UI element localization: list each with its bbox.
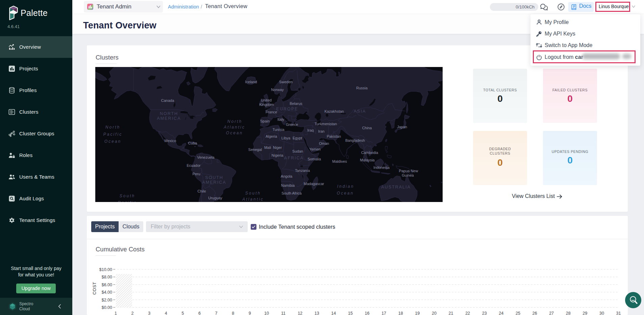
- svg-text:Kazakhstan: Kazakhstan: [324, 109, 344, 113]
- svg-text:Norway: Norway: [271, 88, 284, 92]
- svg-text:Ocean: Ocean: [226, 131, 243, 135]
- svg-text:5: 5: [181, 311, 184, 315]
- svg-text:22: 22: [465, 311, 470, 315]
- svg-text:9: 9: [249, 311, 251, 315]
- svg-text:Greece: Greece: [286, 122, 298, 127]
- svg-text:North: North: [227, 119, 242, 124]
- svg-text:Cuba: Cuba: [188, 141, 197, 145]
- svg-text:China: China: [362, 126, 372, 130]
- svg-text:Japan: Japan: [397, 125, 407, 129]
- svg-text:AFRICA: AFRICA: [284, 156, 304, 160]
- svg-text:31: 31: [616, 311, 621, 315]
- svg-text:South: South: [120, 194, 135, 198]
- svg-text:17: 17: [381, 311, 386, 315]
- svg-text:South: South: [245, 191, 261, 196]
- svg-text:Nigeria: Nigeria: [272, 153, 284, 157]
- svg-text:Kingdom: Kingdom: [259, 103, 274, 107]
- svg-text:Iraq: Iraq: [307, 128, 314, 132]
- svg-text:$6.00: $6.00: [102, 283, 112, 287]
- svg-text:24: 24: [499, 311, 503, 315]
- svg-text:25: 25: [516, 311, 520, 315]
- svg-text:21: 21: [449, 311, 453, 315]
- svg-text:27: 27: [549, 311, 554, 315]
- svg-text:6: 6: [198, 311, 201, 315]
- svg-text:Canada: Canada: [161, 98, 174, 103]
- svg-text:Peru: Peru: [192, 172, 200, 176]
- svg-text:Libya: Libya: [281, 136, 291, 140]
- svg-text:28: 28: [566, 311, 571, 315]
- svg-text:4: 4: [165, 311, 167, 315]
- svg-text:Guinea: Guinea: [402, 173, 414, 177]
- svg-text:Spain: Spain: [260, 119, 270, 123]
- svg-text:Sudan: Sudan: [292, 149, 303, 153]
- svg-text:Iran: Iran: [318, 129, 325, 133]
- svg-text:Chile: Chile: [197, 189, 206, 193]
- svg-text:EUROPE: EUROPE: [276, 107, 298, 111]
- svg-text:Namibia: Namibia: [281, 183, 295, 187]
- svg-text:Indonesia: Indonesia: [373, 165, 390, 170]
- svg-text:18: 18: [398, 311, 403, 315]
- svg-text:AUSTRALIA: AUSTRALIA: [381, 185, 411, 189]
- svg-text:30: 30: [599, 311, 604, 315]
- svg-text:Oman: Oman: [319, 141, 329, 145]
- svg-text:Indian: Indian: [337, 184, 354, 189]
- svg-text:AMERICA: AMERICA: [157, 116, 181, 121]
- svg-text:Somalia: Somalia: [307, 157, 321, 161]
- svg-text:NORTH: NORTH: [160, 111, 178, 116]
- svg-text:14: 14: [331, 311, 336, 315]
- svg-text:Pakistan: Pakistan: [327, 134, 341, 138]
- svg-text:Angola: Angola: [281, 174, 293, 178]
- svg-text:Russia: Russia: [356, 86, 368, 90]
- svg-text:Malaysia: Malaysia: [360, 158, 375, 162]
- svg-text:SOUTH: SOUTH: [205, 175, 223, 180]
- svg-text:Turkmenistan: Turkmenistan: [315, 122, 337, 126]
- svg-text:Maldives: Maldives: [332, 159, 347, 163]
- svg-text:Ocean: Ocean: [337, 191, 354, 196]
- svg-text:2: 2: [131, 311, 134, 315]
- svg-text:15: 15: [348, 311, 353, 315]
- svg-text:United: United: [261, 98, 272, 102]
- svg-text:Atlantic: Atlantic: [242, 197, 264, 202]
- svg-text:$8.00: $8.00: [102, 275, 112, 279]
- svg-text:ASIA: ASIA: [354, 109, 366, 114]
- svg-text:Mali: Mali: [264, 145, 271, 150]
- svg-text:Bangladesh: Bangladesh: [345, 138, 365, 142]
- svg-text:Venezuela: Venezuela: [197, 155, 215, 159]
- svg-text:12: 12: [298, 311, 302, 315]
- svg-text:Senegal: Senegal: [248, 148, 262, 152]
- svg-text:10: 10: [264, 311, 269, 315]
- svg-text:Mexico: Mexico: [165, 139, 176, 143]
- svg-text:Algeria: Algeria: [266, 134, 277, 138]
- svg-text:Iceland: Iceland: [245, 80, 257, 84]
- svg-text:Tanzania: Tanzania: [295, 168, 310, 173]
- svg-text:Sweden: Sweden: [279, 80, 293, 84]
- svg-text:AMERICA: AMERICA: [202, 180, 226, 185]
- svg-text:$2.00: $2.00: [102, 298, 112, 302]
- svg-text:11: 11: [281, 311, 286, 315]
- svg-text:26: 26: [532, 311, 537, 315]
- svg-text:29: 29: [583, 311, 587, 315]
- svg-text:8: 8: [232, 311, 234, 315]
- svg-text:23: 23: [482, 311, 487, 315]
- svg-text:Ocean: Ocean: [104, 139, 121, 144]
- svg-text:Tunisia: Tunisia: [272, 128, 284, 132]
- svg-text:20: 20: [432, 311, 437, 315]
- svg-text:COST: COST: [92, 282, 97, 295]
- svg-text:Italy: Italy: [277, 117, 284, 121]
- svg-text:Papua New: Papua New: [399, 169, 418, 173]
- svg-text:South Africa: South Africa: [281, 191, 302, 195]
- svg-text:Madagascar: Madagascar: [304, 182, 324, 186]
- svg-text:Cambodia: Cambodia: [361, 151, 378, 155]
- svg-text:19: 19: [415, 311, 420, 315]
- svg-text:Niger: Niger: [273, 145, 282, 150]
- svg-text:$10.00: $10.00: [99, 267, 112, 272]
- svg-text:North: North: [105, 125, 120, 130]
- svg-text:Ecuador: Ecuador: [187, 163, 201, 167]
- svg-text:Pacific: Pacific: [118, 200, 137, 202]
- svg-text:Egypt: Egypt: [293, 136, 302, 140]
- svg-text:Yemen: Yemen: [309, 147, 321, 151]
- svg-text:13: 13: [315, 311, 319, 315]
- svg-text:$0.00: $0.00: [102, 305, 112, 310]
- svg-text:Uruguay: Uruguay: [208, 196, 222, 200]
- svg-text:Atlantic: Atlantic: [223, 125, 245, 130]
